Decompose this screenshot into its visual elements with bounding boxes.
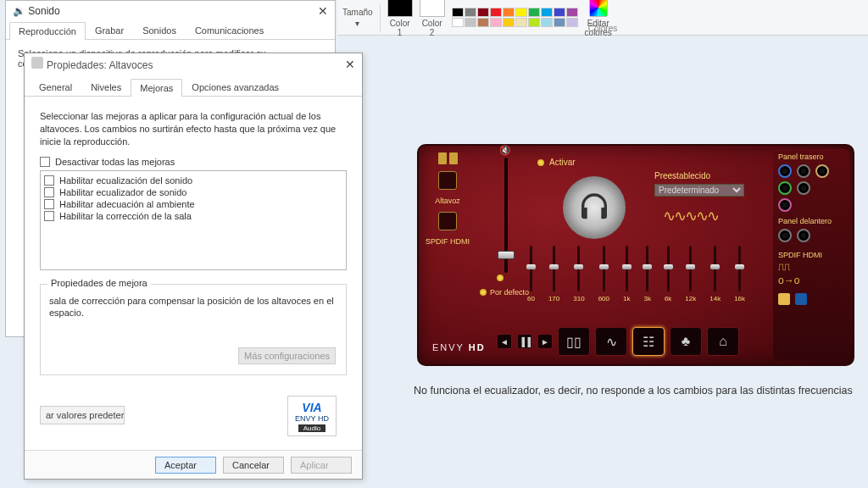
palette-swatch[interactable] bbox=[490, 8, 502, 17]
jack-blue[interactable] bbox=[778, 164, 792, 178]
eq-track bbox=[530, 246, 532, 291]
jack-pink[interactable] bbox=[778, 198, 792, 212]
mode-speakers-button[interactable]: ▯▯ bbox=[558, 327, 590, 356]
palette-swatch[interactable] bbox=[490, 18, 502, 27]
eq-thumb[interactable] bbox=[526, 264, 536, 269]
slider-thumb[interactable] bbox=[498, 251, 515, 259]
disable-all-checkbox-row[interactable]: Desactivar todas las mejoras bbox=[40, 157, 347, 167]
eq-thumb[interactable] bbox=[574, 264, 583, 269]
palette-swatch[interactable] bbox=[515, 18, 527, 27]
eq-thumb[interactable] bbox=[643, 264, 652, 269]
close-icon[interactable]: ✕ bbox=[318, 4, 328, 18]
palette-swatch[interactable] bbox=[528, 18, 540, 27]
eq-band[interactable]: 3k bbox=[643, 246, 650, 302]
play-button[interactable]: ▐▐ bbox=[517, 334, 532, 349]
palette-swatch[interactable] bbox=[465, 8, 476, 17]
enhancements-list[interactable]: Habilitar ecualización del sonidoHabilit… bbox=[40, 170, 347, 270]
palette-swatch[interactable] bbox=[566, 8, 578, 17]
props-tab[interactable]: Mejoras bbox=[131, 79, 182, 97]
palette-swatch[interactable] bbox=[554, 18, 565, 27]
sound-tab[interactable]: Reproducción bbox=[9, 22, 86, 40]
enhancement-row[interactable]: Habilitar ecualización del sonido bbox=[44, 175, 342, 186]
palette-swatch[interactable] bbox=[503, 18, 515, 27]
mode-room-button[interactable]: ⌂ bbox=[707, 327, 739, 356]
palette-swatch[interactable] bbox=[465, 18, 476, 27]
eq-band[interactable]: 170 bbox=[548, 246, 559, 302]
color1-button[interactable]: Color 1 bbox=[387, 0, 413, 37]
activate-row[interactable]: Activar bbox=[537, 158, 576, 167]
color-palette[interactable] bbox=[452, 8, 578, 27]
mode-environment-button[interactable]: ♣ bbox=[670, 327, 702, 356]
palette-swatch[interactable] bbox=[541, 18, 553, 27]
sound-tab[interactable]: Sonidos bbox=[133, 21, 186, 39]
eq-band[interactable]: 60 bbox=[527, 246, 535, 302]
speaker-select-button[interactable] bbox=[438, 171, 457, 190]
enhancement-row[interactable]: Habilitar la corrección de la sala bbox=[44, 211, 342, 221]
master-volume-slider[interactable] bbox=[492, 158, 520, 293]
checkbox-icon[interactable] bbox=[40, 157, 50, 167]
equalizer[interactable]: 601703106001k3k6k12k14k16k bbox=[527, 246, 745, 302]
eq-band[interactable]: 310 bbox=[573, 246, 584, 302]
eq-thumb[interactable] bbox=[686, 264, 695, 269]
palette-swatch[interactable] bbox=[515, 8, 527, 17]
default-row[interactable]: Por defecto bbox=[480, 288, 529, 297]
eq-band[interactable]: 6k bbox=[665, 246, 671, 302]
wrench-icon[interactable] bbox=[778, 293, 790, 305]
jack-black[interactable] bbox=[797, 229, 810, 242]
eq-thumb[interactable] bbox=[622, 264, 632, 269]
checkbox-icon[interactable] bbox=[44, 199, 54, 209]
enhancement-row[interactable]: Habilitar ecualizador de sonido bbox=[44, 187, 342, 197]
mode-eq-button[interactable]: ☷ bbox=[632, 327, 665, 356]
palette-swatch[interactable] bbox=[528, 8, 540, 17]
preset-select[interactable]: Predeterminado bbox=[654, 184, 744, 197]
cancel-button[interactable]: Cancelar bbox=[223, 457, 284, 474]
palette-swatch[interactable] bbox=[452, 8, 464, 17]
props-tab[interactable]: Opciones avanzadas bbox=[182, 78, 288, 96]
checkbox-icon[interactable] bbox=[44, 175, 54, 186]
mute-icon[interactable]: 🔇 bbox=[493, 145, 517, 156]
eq-thumb[interactable] bbox=[664, 264, 673, 269]
eq-track bbox=[603, 246, 605, 291]
palette-swatch[interactable] bbox=[477, 8, 489, 17]
checkbox-icon[interactable] bbox=[44, 211, 54, 221]
info-icon[interactable] bbox=[795, 293, 807, 305]
prev-button[interactable]: ◄ bbox=[497, 334, 512, 349]
jack-black[interactable] bbox=[778, 229, 792, 242]
palette-swatch[interactable] bbox=[477, 18, 489, 27]
ok-button[interactable]: Aceptar bbox=[155, 457, 216, 474]
props-tab[interactable]: General bbox=[30, 78, 81, 96]
eq-thumb[interactable] bbox=[549, 264, 559, 269]
checkbox-icon[interactable] bbox=[44, 187, 54, 197]
headphone-dial[interactable] bbox=[563, 176, 626, 239]
sound-tab[interactable]: Comunicaciones bbox=[186, 21, 273, 39]
eq-thumb[interactable] bbox=[599, 264, 609, 269]
sound-tab[interactable]: Grabar bbox=[86, 21, 133, 39]
jack-green[interactable] bbox=[778, 181, 792, 195]
palette-swatch[interactable] bbox=[503, 8, 515, 17]
restore-defaults-button[interactable]: ar valores predeterr bbox=[40, 406, 125, 424]
props-tab[interactable]: Niveles bbox=[81, 78, 131, 96]
eq-band[interactable]: 16k bbox=[734, 246, 745, 302]
mode-sine-button[interactable]: ∿ bbox=[595, 327, 627, 356]
eq-band[interactable]: 600 bbox=[598, 246, 609, 302]
eq-band[interactable]: 14k bbox=[709, 246, 721, 302]
enhancement-row[interactable]: Habilitar adecuación al ambiente bbox=[44, 199, 342, 209]
eq-thumb[interactable] bbox=[735, 264, 744, 269]
spdif-select-button[interactable] bbox=[438, 212, 457, 230]
eq-thumb[interactable] bbox=[710, 264, 720, 269]
palette-swatch[interactable] bbox=[566, 18, 578, 27]
eq-freq-label: 6k bbox=[665, 295, 671, 302]
jack-tan[interactable] bbox=[815, 164, 829, 178]
color2-button[interactable]: Color 2 bbox=[420, 0, 445, 37]
enhancement-properties-group: Propiedades de mejora sala de corrección… bbox=[40, 284, 347, 375]
palette-swatch[interactable] bbox=[541, 8, 553, 17]
close-icon[interactable]: ✕ bbox=[345, 58, 355, 71]
jack-grey[interactable] bbox=[797, 181, 810, 195]
jack-black[interactable] bbox=[797, 164, 810, 178]
eq-band[interactable]: 1k bbox=[623, 246, 630, 302]
next-button[interactable]: ► bbox=[537, 334, 553, 349]
size-dropdown[interactable]: Tamaño ▾ bbox=[342, 8, 373, 28]
eq-band[interactable]: 12k bbox=[685, 246, 696, 302]
palette-swatch[interactable] bbox=[452, 18, 464, 27]
palette-swatch[interactable] bbox=[554, 8, 565, 17]
